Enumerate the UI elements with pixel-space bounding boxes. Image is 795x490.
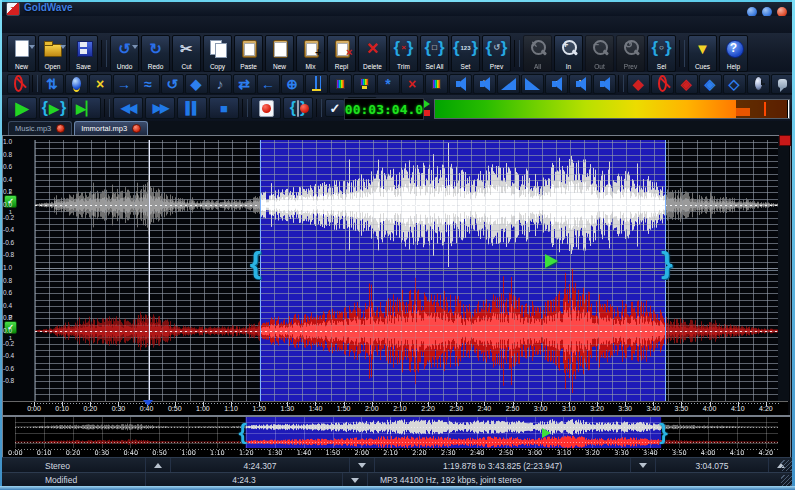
- rewind-button[interactable]: ◀◀: [113, 97, 143, 119]
- effect-adjust-icon[interactable]: ⇅: [41, 74, 64, 94]
- menu-item[interactable]: [98, 24, 116, 26]
- effect-disable-icon[interactable]: [7, 74, 30, 94]
- overview-position-marker[interactable]: [542, 428, 551, 438]
- tab-immortal[interactable]: Immortal.mp3: [74, 121, 148, 135]
- cue-edit-icon[interactable]: ◇: [723, 74, 746, 94]
- overview-strip[interactable]: { }: [2, 416, 791, 458]
- comment-disable-icon[interactable]: [651, 74, 674, 94]
- axis-label: 1:30: [276, 405, 298, 412]
- effect-equalizer-icon[interactable]: [305, 74, 328, 94]
- effect-time-warp-icon[interactable]: ⊕: [281, 74, 304, 94]
- fast-forward-button[interactable]: ▶▶: [145, 97, 175, 119]
- delete-button[interactable]: × Delete: [358, 35, 387, 72]
- overview-selection-end-icon[interactable]: }: [659, 421, 668, 443]
- menu-item[interactable]: [116, 24, 134, 26]
- dropdown-arrow-icon[interactable]: [29, 45, 35, 49]
- start-marker-icon[interactable]: [143, 400, 153, 406]
- play-button[interactable]: ▶: [7, 97, 37, 119]
- effect-fade-in-icon[interactable]: [497, 74, 520, 94]
- paste-button[interactable]: Paste: [234, 35, 263, 72]
- record-button[interactable]: [251, 97, 281, 119]
- new-button[interactable]: New: [7, 35, 36, 72]
- record-selection-button[interactable]: [283, 97, 313, 119]
- overview-canvas[interactable]: [3, 417, 788, 455]
- undo-button[interactable]: ↺ Undo: [110, 35, 139, 72]
- effect-fade-out-icon[interactable]: [521, 74, 544, 94]
- length-spin-down[interactable]: [350, 458, 375, 473]
- zoom-all-button[interactable]: × All: [523, 35, 552, 72]
- selection-spin-down[interactable]: [631, 458, 656, 473]
- cue-target-icon[interactable]: ◈: [699, 74, 722, 94]
- menu-item[interactable]: [26, 24, 44, 26]
- toolbar-separator: [242, 99, 248, 117]
- menu-item[interactable]: [62, 24, 80, 26]
- playback-position-marker[interactable]: [545, 254, 558, 268]
- effect-flanger-icon[interactable]: ≈: [137, 74, 160, 94]
- cue-split-icon[interactable]: ◈: [675, 74, 698, 94]
- mix-button[interactable]: + Mix: [296, 35, 325, 72]
- zoom-in-button[interactable]: + In: [554, 35, 583, 72]
- zoom-previous-button[interactable]: ↺ Prev: [616, 35, 645, 72]
- effect-shift-icon[interactable]: ←: [257, 74, 280, 94]
- menu-item[interactable]: [134, 24, 152, 26]
- effect-match-volume-icon[interactable]: =: [545, 74, 568, 94]
- menu-item[interactable]: [8, 24, 26, 26]
- effect-spectrum-icon[interactable]: [353, 74, 376, 94]
- tab-music[interactable]: Music.mp3: [8, 121, 72, 135]
- zoom-selection-button[interactable]: ○ Sel: [647, 35, 676, 72]
- effect-reverse-icon[interactable]: ⇄: [233, 74, 256, 94]
- channel-spin-up[interactable]: [146, 458, 171, 473]
- monitor-button[interactable]: ✓: [325, 99, 345, 117]
- cut-button[interactable]: ✂ Cut: [172, 35, 201, 72]
- resize-grip-icon[interactable]: [781, 460, 792, 471]
- copy-button[interactable]: Copy: [203, 35, 232, 72]
- menu-item[interactable]: [44, 24, 62, 26]
- time-axis[interactable]: 0:000:100:200:300:400:501:001:101:201:30…: [3, 401, 788, 415]
- stop-button[interactable]: ■: [209, 97, 239, 119]
- pause-button[interactable]: ▌▌: [177, 97, 207, 119]
- set-selection-button[interactable]: 123 Set: [451, 35, 480, 72]
- effect-smoother-icon[interactable]: [425, 74, 448, 94]
- effect-echo-icon[interactable]: ◆: [185, 74, 208, 94]
- effect-interpolate-icon[interactable]: *: [377, 74, 400, 94]
- effect-volume-icon[interactable]: [449, 74, 472, 94]
- playback-rate-icon[interactable]: [747, 74, 770, 94]
- previous-selection-button[interactable]: ↺ Prev: [482, 35, 511, 72]
- effect-doppler-icon[interactable]: [65, 74, 88, 94]
- effect-maximize-volume-icon[interactable]: !: [569, 74, 592, 94]
- effect-pitch-icon[interactable]: ♪: [209, 74, 232, 94]
- play-selection-button[interactable]: ▶: [39, 97, 69, 119]
- cues-button[interactable]: ▼ Cues: [688, 35, 717, 72]
- help-button[interactable]: ? Help: [719, 35, 748, 72]
- close-tab-icon[interactable]: [132, 124, 141, 133]
- play-from-button[interactable]: ▶▏: [71, 97, 101, 119]
- trim-button[interactable]: × Trim: [389, 35, 418, 72]
- effect-volume-fade-icon[interactable]: +: [473, 74, 496, 94]
- dropdown-arrow-icon[interactable]: [132, 45, 138, 49]
- open-button[interactable]: Open: [38, 35, 67, 72]
- zoom-out-button[interactable]: − Out: [585, 35, 614, 72]
- menu-item[interactable]: [80, 24, 98, 26]
- effect-noise-reduction-icon[interactable]: ×: [401, 74, 424, 94]
- level-meter[interactable]: [434, 99, 790, 119]
- effect-invert-icon[interactable]: ↺: [161, 74, 184, 94]
- replace-button[interactable]: × Repl: [327, 35, 356, 72]
- comment-icon[interactable]: [771, 74, 794, 94]
- effect-shape-volume-icon[interactable]: ~: [593, 74, 616, 94]
- title-bar[interactable]: ~ GoldWave: [0, 0, 795, 16]
- save-button[interactable]: Save: [69, 35, 98, 72]
- length-short-spin-down[interactable]: [343, 473, 368, 487]
- redo-button[interactable]: ↻ Redo: [141, 35, 170, 72]
- resize-grip-icon[interactable]: [781, 475, 792, 486]
- cue-point-icon[interactable]: ◆: [627, 74, 650, 94]
- select-all-button[interactable]: □ Sel All: [420, 35, 449, 72]
- close-tab-icon[interactable]: [56, 124, 65, 133]
- selection-end-handle[interactable]: }: [661, 248, 673, 278]
- selection-start-handle[interactable]: {: [250, 248, 262, 278]
- effect-filter-icon[interactable]: [329, 74, 352, 94]
- paste-new-button[interactable]: New: [265, 35, 294, 72]
- dropdown-arrow-icon[interactable]: [60, 45, 66, 49]
- effect-crossfade-icon[interactable]: ×: [89, 74, 112, 94]
- effect-offset-icon[interactable]: →: [113, 74, 136, 94]
- overview-selection-start-icon[interactable]: {: [239, 421, 248, 443]
